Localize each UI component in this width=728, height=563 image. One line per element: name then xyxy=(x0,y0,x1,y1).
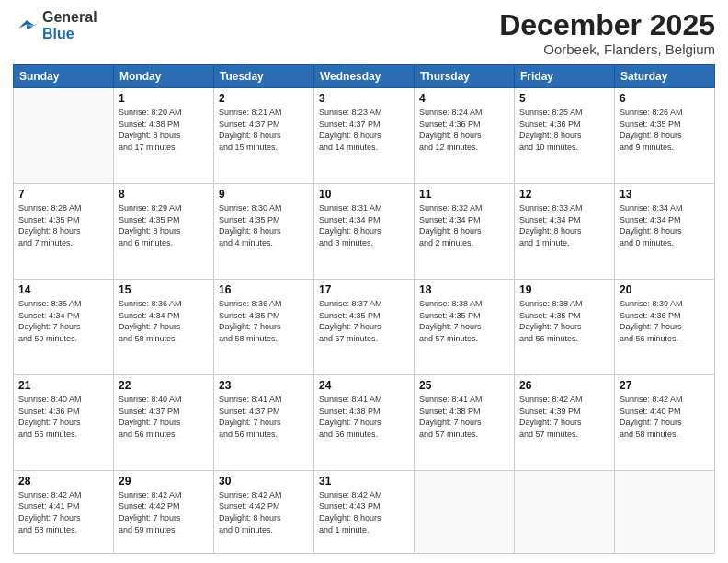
calendar-cell: 1Sunrise: 8:20 AMSunset: 4:38 PMDaylight… xyxy=(114,88,214,184)
calendar-cell xyxy=(415,470,515,553)
day-number: 7 xyxy=(18,188,108,201)
calendar-cell: 21Sunrise: 8:40 AMSunset: 4:36 PMDayligh… xyxy=(14,374,114,470)
calendar-cell: 31Sunrise: 8:42 AMSunset: 4:43 PMDayligh… xyxy=(314,470,415,553)
day-info: Sunrise: 8:42 AMSunset: 4:41 PMDaylight:… xyxy=(18,489,108,535)
day-info: Sunrise: 8:33 AMSunset: 4:34 PMDaylight:… xyxy=(519,202,609,248)
day-number: 13 xyxy=(620,188,710,201)
calendar-cell: 27Sunrise: 8:42 AMSunset: 4:40 PMDayligh… xyxy=(615,374,715,470)
day-info: Sunrise: 8:38 AMSunset: 4:35 PMDaylight:… xyxy=(519,298,609,344)
header-saturday: Saturday xyxy=(615,65,715,88)
calendar-week-2: 7Sunrise: 8:28 AMSunset: 4:35 PMDaylight… xyxy=(14,184,715,280)
calendar-cell: 16Sunrise: 8:36 AMSunset: 4:35 PMDayligh… xyxy=(214,280,314,375)
header-thursday: Thursday xyxy=(415,65,515,88)
day-info: Sunrise: 8:29 AMSunset: 4:35 PMDaylight:… xyxy=(119,202,209,248)
day-number: 20 xyxy=(620,283,710,296)
calendar-cell: 20Sunrise: 8:39 AMSunset: 4:36 PMDayligh… xyxy=(615,280,715,375)
day-info: Sunrise: 8:35 AMSunset: 4:34 PMDaylight:… xyxy=(18,298,108,344)
calendar-table: Sunday Monday Tuesday Wednesday Thursday… xyxy=(13,64,715,554)
day-number: 5 xyxy=(519,92,609,105)
day-number: 19 xyxy=(519,283,609,296)
day-number: 16 xyxy=(219,283,309,296)
calendar-cell: 29Sunrise: 8:42 AMSunset: 4:42 PMDayligh… xyxy=(114,470,214,553)
day-number: 22 xyxy=(119,379,209,392)
header-sunday: Sunday xyxy=(14,65,114,88)
calendar-cell: 9Sunrise: 8:30 AMSunset: 4:35 PMDaylight… xyxy=(214,184,314,280)
day-number: 3 xyxy=(319,92,409,105)
calendar-cell: 14Sunrise: 8:35 AMSunset: 4:34 PMDayligh… xyxy=(14,280,114,375)
day-number: 6 xyxy=(620,92,710,105)
month-title: December 2025 xyxy=(499,9,715,41)
logo-general: General xyxy=(42,9,97,26)
calendar-cell: 17Sunrise: 8:37 AMSunset: 4:35 PMDayligh… xyxy=(314,280,415,375)
logo-blue: Blue xyxy=(42,26,97,42)
header: General Blue December 2025 Oorbeek, Flan… xyxy=(13,9,715,57)
day-number: 24 xyxy=(319,379,409,392)
calendar-cell: 30Sunrise: 8:42 AMSunset: 4:42 PMDayligh… xyxy=(214,470,314,553)
day-number: 28 xyxy=(18,475,108,488)
day-info: Sunrise: 8:42 AMSunset: 4:43 PMDaylight:… xyxy=(319,489,409,535)
day-number: 9 xyxy=(219,188,309,201)
day-info: Sunrise: 8:36 AMSunset: 4:34 PMDaylight:… xyxy=(119,298,209,344)
calendar-cell: 8Sunrise: 8:29 AMSunset: 4:35 PMDaylight… xyxy=(114,184,214,280)
calendar-cell: 23Sunrise: 8:41 AMSunset: 4:37 PMDayligh… xyxy=(214,374,314,470)
day-number: 17 xyxy=(319,283,409,296)
calendar-cell: 6Sunrise: 8:26 AMSunset: 4:35 PMDaylight… xyxy=(615,88,715,184)
calendar-cell: 3Sunrise: 8:23 AMSunset: 4:37 PMDaylight… xyxy=(314,88,415,184)
day-info: Sunrise: 8:40 AMSunset: 4:36 PMDaylight:… xyxy=(18,394,108,440)
day-info: Sunrise: 8:31 AMSunset: 4:34 PMDaylight:… xyxy=(319,202,409,248)
day-info: Sunrise: 8:42 AMSunset: 4:40 PMDaylight:… xyxy=(620,394,710,440)
day-info: Sunrise: 8:28 AMSunset: 4:35 PMDaylight:… xyxy=(18,202,108,248)
day-number: 12 xyxy=(519,188,609,201)
calendar-cell: 13Sunrise: 8:34 AMSunset: 4:34 PMDayligh… xyxy=(615,184,715,280)
day-info: Sunrise: 8:24 AMSunset: 4:36 PMDaylight:… xyxy=(419,107,509,153)
day-info: Sunrise: 8:23 AMSunset: 4:37 PMDaylight:… xyxy=(319,107,409,153)
day-number: 10 xyxy=(319,188,409,201)
day-info: Sunrise: 8:21 AMSunset: 4:37 PMDaylight:… xyxy=(219,107,309,153)
calendar-cell: 11Sunrise: 8:32 AMSunset: 4:34 PMDayligh… xyxy=(415,184,515,280)
calendar-cell: 19Sunrise: 8:38 AMSunset: 4:35 PMDayligh… xyxy=(515,280,615,375)
day-info: Sunrise: 8:20 AMSunset: 4:38 PMDaylight:… xyxy=(119,107,209,153)
logo-icon xyxy=(13,15,40,37)
day-number: 4 xyxy=(419,92,509,105)
calendar-cell xyxy=(14,88,114,184)
day-info: Sunrise: 8:41 AMSunset: 4:38 PMDaylight:… xyxy=(419,394,509,440)
logo-text: General Blue xyxy=(42,9,97,41)
calendar-cell: 2Sunrise: 8:21 AMSunset: 4:37 PMDaylight… xyxy=(214,88,314,184)
weekday-header-row: Sunday Monday Tuesday Wednesday Thursday… xyxy=(14,65,715,88)
day-number: 29 xyxy=(119,475,209,488)
day-number: 1 xyxy=(119,92,209,105)
calendar-cell: 7Sunrise: 8:28 AMSunset: 4:35 PMDaylight… xyxy=(14,184,114,280)
day-info: Sunrise: 8:26 AMSunset: 4:35 PMDaylight:… xyxy=(620,107,710,153)
calendar-cell: 28Sunrise: 8:42 AMSunset: 4:41 PMDayligh… xyxy=(14,470,114,553)
calendar-cell: 10Sunrise: 8:31 AMSunset: 4:34 PMDayligh… xyxy=(314,184,415,280)
day-number: 11 xyxy=(419,188,509,201)
day-info: Sunrise: 8:40 AMSunset: 4:37 PMDaylight:… xyxy=(119,394,209,440)
header-friday: Friday xyxy=(515,65,615,88)
calendar-week-3: 14Sunrise: 8:35 AMSunset: 4:34 PMDayligh… xyxy=(14,280,715,375)
day-info: Sunrise: 8:42 AMSunset: 4:39 PMDaylight:… xyxy=(519,394,609,440)
header-monday: Monday xyxy=(114,65,214,88)
day-info: Sunrise: 8:25 AMSunset: 4:36 PMDaylight:… xyxy=(519,107,609,153)
day-number: 14 xyxy=(18,283,108,296)
day-info: Sunrise: 8:38 AMSunset: 4:35 PMDaylight:… xyxy=(419,298,509,344)
day-number: 21 xyxy=(18,379,108,392)
day-info: Sunrise: 8:36 AMSunset: 4:35 PMDaylight:… xyxy=(219,298,309,344)
day-info: Sunrise: 8:30 AMSunset: 4:35 PMDaylight:… xyxy=(219,202,309,248)
day-info: Sunrise: 8:42 AMSunset: 4:42 PMDaylight:… xyxy=(219,489,309,535)
header-wednesday: Wednesday xyxy=(314,65,415,88)
main-container: General Blue December 2025 Oorbeek, Flan… xyxy=(0,0,728,563)
day-info: Sunrise: 8:34 AMSunset: 4:34 PMDaylight:… xyxy=(620,202,710,248)
location: Oorbeek, Flanders, Belgium xyxy=(499,41,715,57)
day-number: 18 xyxy=(419,283,509,296)
day-number: 26 xyxy=(519,379,609,392)
day-number: 23 xyxy=(219,379,309,392)
day-info: Sunrise: 8:39 AMSunset: 4:36 PMDaylight:… xyxy=(620,298,710,344)
calendar-cell: 5Sunrise: 8:25 AMSunset: 4:36 PMDaylight… xyxy=(515,88,615,184)
calendar-cell: 12Sunrise: 8:33 AMSunset: 4:34 PMDayligh… xyxy=(515,184,615,280)
day-info: Sunrise: 8:32 AMSunset: 4:34 PMDaylight:… xyxy=(419,202,509,248)
calendar-cell: 18Sunrise: 8:38 AMSunset: 4:35 PMDayligh… xyxy=(415,280,515,375)
day-info: Sunrise: 8:42 AMSunset: 4:42 PMDaylight:… xyxy=(119,489,209,535)
calendar-cell: 24Sunrise: 8:41 AMSunset: 4:38 PMDayligh… xyxy=(314,374,415,470)
day-number: 25 xyxy=(419,379,509,392)
calendar-cell: 22Sunrise: 8:40 AMSunset: 4:37 PMDayligh… xyxy=(114,374,214,470)
